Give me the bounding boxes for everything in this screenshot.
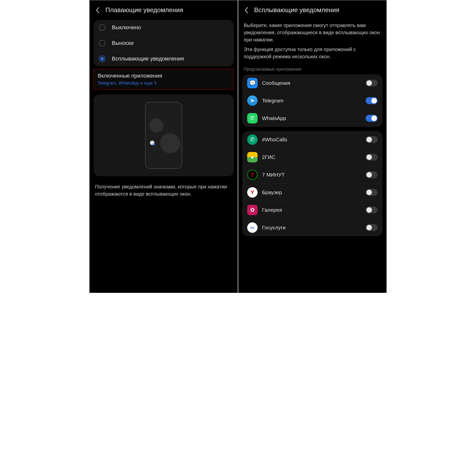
enabled-apps-subtitle: Telegram, WhatsApp и еще 3: [98, 81, 230, 86]
app-name: Госуслуги: [262, 225, 361, 231]
app-row-gallery[interactable]: ✿ Галерея: [242, 201, 383, 219]
app-row-telegram[interactable]: ➤ Telegram: [242, 92, 383, 109]
description-text: Получение уведомлений значками, которые …: [89, 179, 238, 198]
header: Всплывающие уведомления: [238, 0, 387, 17]
radio-icon: [99, 24, 105, 31]
app-row-messages[interactable]: 💬 Сообщения: [242, 74, 383, 92]
app-name: Telegram: [262, 98, 361, 104]
description-2: Эта функция доступна только для приложен…: [238, 43, 387, 60]
app-row-2gis[interactable]: ● 2ГИС: [242, 149, 383, 166]
radio-label: Всплывающие уведомления: [112, 56, 184, 62]
page-title: Плавающие уведомления: [105, 6, 183, 14]
description-1: Выберите, какие приложения смогут отправ…: [238, 17, 387, 43]
toggle-switch[interactable]: [366, 224, 378, 231]
app-row-whatsapp[interactable]: ✆ WhatsApp: [242, 110, 383, 127]
gallery-icon: ✿: [247, 205, 258, 215]
chevron-left-icon: [95, 7, 100, 14]
popup-notifications-panel: Всплывающие уведомления Выберите, какие …: [238, 0, 387, 293]
radio-option-off[interactable]: Выключено: [93, 20, 234, 35]
app-name: Браузер: [262, 189, 361, 195]
whatsapp-icon: ✆: [247, 113, 258, 123]
notification-style-card: Выключено Выноски Всплывающие уведомлени…: [93, 20, 234, 66]
toggle-switch[interactable]: [366, 115, 378, 122]
chevron-left-icon: [244, 7, 249, 14]
app-name: Галерея: [262, 207, 361, 213]
radio-label: Выключено: [112, 24, 141, 31]
gosuslugi-icon: гос: [247, 222, 258, 233]
toggle-switch[interactable]: [366, 207, 378, 213]
app-row-7min[interactable]: 7 7 МИНУТ: [242, 166, 383, 183]
browser-icon: Y: [247, 187, 258, 198]
notification-bubble-icon: [150, 141, 154, 145]
radio-icon-selected: [99, 56, 105, 62]
app-name: WhatsApp: [262, 115, 361, 121]
floating-notifications-panel: Плавающие уведомления Выключено Выноски …: [89, 0, 238, 293]
header: Плавающие уведомления: [89, 0, 238, 17]
app-row-gosuslugi[interactable]: гос Госуслуги: [242, 219, 383, 236]
messages-icon: 💬: [247, 78, 258, 88]
app-name: Сообщения: [262, 80, 361, 86]
toggle-switch[interactable]: [366, 171, 378, 178]
phone-preview-icon: [145, 102, 182, 169]
2gis-icon: ●: [247, 152, 258, 162]
radio-option-popup[interactable]: Всплывающие уведомления: [93, 51, 234, 66]
toggle-switch[interactable]: [366, 136, 378, 143]
enabled-apps-row[interactable]: Включенные приложения Telegram, WhatsApp…: [93, 69, 234, 89]
back-button[interactable]: [94, 7, 101, 13]
app-row-browser[interactable]: Y Браузер: [242, 184, 383, 201]
7min-icon: 7: [247, 170, 258, 180]
page-title: Всплывающие уведомления: [254, 6, 339, 14]
whocalls-icon: ✆: [247, 134, 258, 145]
back-button[interactable]: [243, 7, 250, 13]
radio-icon: [99, 40, 105, 46]
app-name: 2ГИС: [262, 154, 361, 160]
suggested-apps-label: Предлагаемые приложения: [238, 60, 387, 74]
telegram-icon: ➤: [247, 95, 258, 106]
suggested-apps-card: 💬 Сообщения ➤ Telegram ✆ WhatsApp: [242, 74, 383, 127]
app-name: 7 МИНУТ: [262, 172, 361, 178]
app-name: #WhoCalls: [262, 137, 361, 143]
all-apps-card: ✆ #WhoCalls ● 2ГИС 7 7 МИНУТ Y Браузер: [242, 131, 383, 236]
toggle-switch[interactable]: [366, 189, 378, 196]
radio-label: Выноски: [112, 40, 134, 46]
enabled-apps-title: Включенные приложения: [98, 73, 230, 79]
preview-card: [93, 94, 234, 176]
toggle-switch[interactable]: [366, 97, 378, 104]
radio-option-bubbles[interactable]: Выноски: [93, 35, 234, 51]
toggle-switch[interactable]: [366, 154, 378, 161]
toggle-switch[interactable]: [366, 80, 378, 87]
app-row-whocalls[interactable]: ✆ #WhoCalls: [242, 131, 383, 148]
